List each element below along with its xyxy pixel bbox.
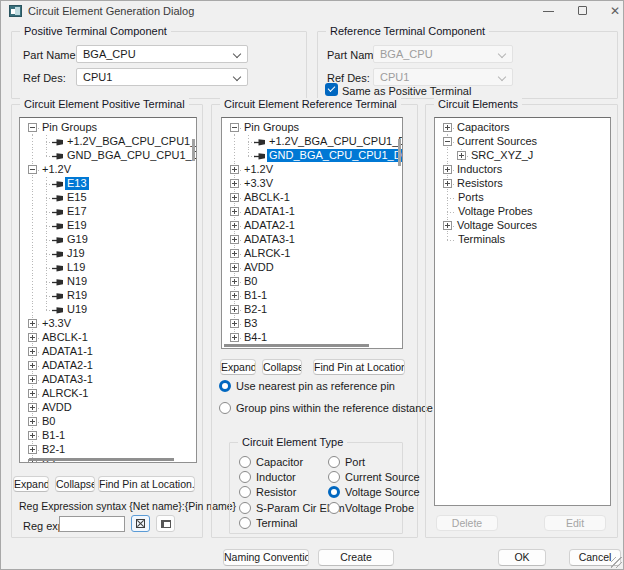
tree-item[interactable]: ADATA3-1	[222, 233, 402, 247]
tree-item[interactable]: E15	[20, 191, 196, 205]
tree-item-label[interactable]: B1-1	[242, 289, 269, 302]
tree-expand-icon[interactable]	[230, 193, 239, 202]
tree-expand-icon[interactable]	[28, 445, 37, 454]
tree-item-label[interactable]: B4-1	[242, 331, 269, 344]
tree-item[interactable]: ADATA2-1	[222, 219, 402, 233]
tree-item[interactable]: L19	[20, 261, 196, 275]
tree-expand-icon[interactable]	[230, 179, 239, 188]
tree-item[interactable]: Current Sources	[435, 135, 610, 149]
reference-terminal-tree[interactable]: Pin Groups+1.2V_BGA_CPU_CPU1_DCFlowSGND_…	[221, 117, 403, 349]
tree-item-label[interactable]: +3.3V	[40, 317, 73, 330]
tree-item[interactable]: ADATA1-1	[20, 345, 196, 359]
ok-button[interactable]: OK	[498, 549, 546, 566]
tree-item-label[interactable]: ADATA3-1	[242, 233, 297, 246]
use-nearest-pin-radio[interactable]: Use nearest pin as reference pin	[219, 380, 395, 392]
tree-item[interactable]: E13	[20, 177, 196, 191]
tree-expand-icon[interactable]	[230, 207, 239, 216]
same-as-positive-checkbox[interactable]	[325, 83, 338, 96]
tree-item-label[interactable]: B0	[242, 275, 259, 288]
tree-item-label[interactable]: E17	[65, 205, 89, 218]
radio-icon[interactable]	[328, 456, 340, 468]
tree-item-label[interactable]: E13	[65, 177, 89, 190]
tree-expand-icon[interactable]	[230, 249, 239, 258]
tree-item[interactable]: Pin Groups	[20, 121, 196, 135]
tree-item[interactable]: N19	[20, 275, 196, 289]
radio-icon[interactable]	[219, 380, 231, 392]
radio-icon[interactable]	[328, 502, 340, 514]
radio-icon[interactable]	[239, 471, 251, 483]
tree-expand-icon[interactable]	[457, 151, 466, 160]
tree-item-label[interactable]: ABCLK-1	[242, 191, 292, 204]
radio-icon[interactable]	[239, 486, 251, 498]
circuit-elements-tree[interactable]: CapacitorsCurrent SourcesSRC_XYZ_JInduct…	[434, 117, 611, 506]
tree-item-label[interactable]: Capacitors	[455, 121, 512, 134]
create-button[interactable]: Create	[318, 549, 394, 566]
tree-item-label[interactable]: Pin Groups	[242, 121, 301, 134]
tree-item[interactable]: +1.2V	[222, 163, 402, 177]
radio-voltage-source[interactable]: Voltage Source	[328, 485, 420, 500]
radio-terminal[interactable]: Terminal	[239, 516, 345, 531]
positive-terminal-tree[interactable]: Pin Groups+1.2V_BGA_CPU_CPU1_DCFlowGND_B…	[19, 117, 197, 463]
tree-item[interactable]: +3.3V	[20, 317, 196, 331]
tree-item[interactable]: E19	[20, 219, 196, 233]
tree-expand-icon[interactable]	[230, 305, 239, 314]
tree-item[interactable]: J19	[20, 247, 196, 261]
maximize-button[interactable]	[567, 1, 599, 22]
expand-button[interactable]: Expand	[13, 476, 49, 492]
tree-expand-icon[interactable]	[230, 235, 239, 244]
tree-item[interactable]: ADATA2-1	[20, 359, 196, 373]
tree-item[interactable]: E17	[20, 205, 196, 219]
tree-item-label[interactable]: +1.2V	[40, 163, 73, 176]
part-name-combo[interactable]: BGA_CPU	[76, 45, 248, 63]
tree-item[interactable]: B1-1	[222, 289, 402, 303]
tree-item-label[interactable]: GND_BGA_CPU_CPU1_DCFlowSi	[267, 149, 403, 162]
tree-item-label[interactable]: Pin Groups	[40, 121, 99, 134]
radio-icon[interactable]	[219, 402, 231, 414]
group-pins-radio[interactable]: Group pins within the reference distance	[219, 402, 433, 414]
tree-item[interactable]: AVDD	[20, 401, 196, 415]
tree-expand-icon[interactable]	[230, 291, 239, 300]
ref-expand-button[interactable]: Expand	[220, 359, 256, 375]
tree-item-label[interactable]: ALRCK-1	[242, 247, 292, 260]
tree-item-label[interactable]: +1.2V	[242, 163, 275, 176]
tree-item[interactable]: Voltage Probes	[435, 205, 610, 219]
naming-convention-button[interactable]: Naming Convention	[223, 549, 309, 566]
radio-icon[interactable]	[239, 517, 251, 529]
tree-item[interactable]: GND_BGA_CPU_CPU1_DCFlow	[20, 149, 196, 163]
tree-collapse-icon[interactable]	[28, 165, 37, 174]
tree-item[interactable]: GND_BGA_CPU_CPU1_DCFlowSi	[222, 149, 402, 163]
tree-item-label[interactable]: ADATA1-1	[242, 205, 297, 218]
tree-item[interactable]: Resistors	[435, 177, 610, 191]
tree-item-label[interactable]: AVDD	[242, 261, 276, 274]
tree-item-label[interactable]: ADATA2-1	[40, 359, 95, 372]
tree-item[interactable]: ALRCK-1	[222, 247, 402, 261]
tree-expand-icon[interactable]	[230, 221, 239, 230]
tree-item[interactable]: R19	[20, 289, 196, 303]
tree-expand-icon[interactable]	[28, 333, 37, 342]
tree-expand-icon[interactable]	[28, 403, 37, 412]
tree-expand-icon[interactable]	[28, 417, 37, 426]
tree-item[interactable]: B3	[222, 317, 402, 331]
title-bar[interactable]: Circuit Element Generation Dialog ✕	[1, 1, 623, 22]
tree-item-label[interactable]: Voltage Probes	[456, 205, 535, 218]
tree-item-label[interactable]: B0	[40, 415, 57, 428]
collapse-button[interactable]: Collapse	[55, 476, 95, 492]
tree-item-label[interactable]: ALRCK-1	[40, 387, 90, 400]
radio-current-source[interactable]: Current Source	[328, 469, 420, 484]
regex-boxed-corner-button[interactable]	[156, 515, 175, 532]
tree-item-label[interactable]: G19	[65, 233, 90, 246]
tree-expand-icon[interactable]	[443, 165, 452, 174]
tree-expand-icon[interactable]	[28, 347, 37, 356]
radio-icon[interactable]	[239, 502, 251, 514]
tree-item-label[interactable]: Resistors	[455, 177, 505, 190]
tree-item-label[interactable]: ADATA1-1	[40, 345, 95, 358]
tree-expand-icon[interactable]	[443, 179, 452, 188]
tree-expand-icon[interactable]	[28, 389, 37, 398]
radio-voltage-probe[interactable]: Voltage Probe	[328, 500, 420, 515]
ref-find-pin-button[interactable]: Find Pin at Location...	[313, 359, 405, 375]
tree-item[interactable]: ADATA3-1	[20, 373, 196, 387]
tree-item-label[interactable]: E19	[65, 219, 89, 232]
tree-expand-icon[interactable]	[28, 375, 37, 384]
horizontal-scrollbar[interactable]	[29, 458, 174, 461]
tree-item-label[interactable]: AVDD	[40, 401, 74, 414]
